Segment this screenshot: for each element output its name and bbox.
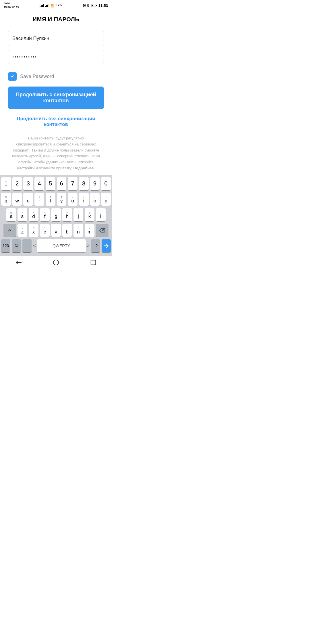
key-y[interactable]: ]y [57,193,67,206]
back-nav-button[interactable] [11,258,26,267]
key-7[interactable]: 7 [68,177,78,190]
enter-key[interactable] [102,239,111,252]
password-input[interactable] [8,50,104,64]
info-link[interactable]: Подробнее. [73,166,95,170]
battery-percent: 30 % [83,4,89,7]
wifi-icon: 📶 [51,4,55,7]
time: 11:53 [98,3,108,8]
key-t[interactable]: [t [46,193,55,206]
key-1[interactable]: 1 [1,177,11,190]
key-i[interactable]: >i [79,193,89,206]
key-a[interactable]: @a [6,208,16,221]
space-area: < QWERTY > [33,239,90,252]
key-g[interactable]: -g [51,208,61,221]
page-title: ИМЯ И ПАРОЛЬ [8,16,104,23]
main-content: ИМЯ И ПАРОЛЬ ✓ Save Password Продолжить … [0,10,112,175]
key-j[interactable]: =j [73,208,83,221]
name-input[interactable] [8,31,104,46]
key-w[interactable]: ^w [12,193,22,206]
comma-key[interactable]: , [22,239,32,252]
svg-point-5 [53,260,59,265]
qwerty-row: %q ^w ~e |r [t ]y <u >i {o }p [1,193,111,206]
key-4[interactable]: 4 [34,177,44,190]
key-k[interactable]: (k [85,208,94,221]
bottom-row: 123 ☺ , < QWERTY > ,!? [1,239,111,252]
checkmark-icon: ✓ [11,74,14,79]
chevron-right-icon[interactable]: > [87,243,90,248]
key-q[interactable]: %q [1,193,11,206]
svg-rect-6 [91,260,96,265]
key-8[interactable]: 8 [79,177,89,190]
key-5[interactable]: 5 [46,177,55,190]
key-c[interactable]: "c [40,224,50,237]
delete-key[interactable] [96,224,108,237]
status-right: 30 % 11:53 [83,3,108,8]
save-password-label: Save Password [20,74,54,79]
key-3[interactable]: 3 [23,177,33,190]
signal-bars-2 [45,4,49,7]
save-password-checkbox[interactable]: ✓ [8,72,17,81]
key-m[interactable]: /m [85,224,94,237]
punct-key[interactable]: ,!? [91,239,100,252]
signal-bars-1 [40,4,44,7]
sync-contacts-button[interactable]: Продолжить с синхронизацией контактов [8,87,104,109]
carrier1: Tele2 [4,2,19,5]
recents-nav-button[interactable] [86,258,100,267]
home-nav-button[interactable] [49,258,63,267]
key-9[interactable]: 9 [90,177,100,190]
number-row: 1 2 3 4 5 6 7 8 9 0 [1,177,111,190]
key-2[interactable]: 2 [12,177,22,190]
key-l[interactable]: )l [96,208,106,221]
save-password-row: ✓ Save Password [8,72,104,81]
chevron-left-icon[interactable]: < [33,243,36,248]
key-v[interactable]: 'v [51,224,61,237]
key-h[interactable]: +h [62,208,72,221]
key-z[interactable]: -z [18,224,27,237]
key-0[interactable]: 0 [101,177,111,190]
network-speed: 0 K/s [56,4,62,7]
no-sync-button[interactable]: Продолжить без синхронизации контактов [8,116,104,127]
battery-indicator [91,4,97,7]
asdf-row: @a #s &d *f -g +h =j (k )l [1,208,111,221]
zxcv-row: -z Рx "c 'v :b ;n /m [1,224,111,237]
key-d[interactable]: &d [29,208,38,221]
carrier-info: Tele2 MegaFon #1 [4,2,19,9]
key-6[interactable]: 6 [57,177,67,190]
key-r[interactable]: |r [34,193,44,206]
key-o[interactable]: {o [90,193,100,206]
key-s[interactable]: #s [18,208,27,221]
space-key[interactable]: QWERTY [37,239,86,252]
key-n[interactable]: ;n [73,224,83,237]
key-u[interactable]: <u [68,193,78,206]
key-e[interactable]: ~e [23,193,33,206]
key-p[interactable]: }p [101,193,111,206]
emoji-key[interactable]: ☺ [12,239,21,252]
carrier2: MegaFon #1 [4,5,19,9]
key-f[interactable]: *f [40,208,50,221]
status-bar: Tele2 MegaFon #1 📶 0 K/s 30 % 11:53 [0,0,112,10]
shift-key[interactable] [3,224,16,237]
keyboard: 1 2 3 4 5 6 7 8 9 0 %q ^w ~e |r [t ]y <u… [0,175,112,256]
key-x[interactable]: Рx [29,224,38,237]
key-123[interactable]: 123 [1,239,10,252]
info-text: Ваши контакты будут регулярно синхронизи… [8,135,104,171]
signal-area: 📶 0 K/s [40,4,62,7]
nav-bar [0,256,112,271]
key-b[interactable]: :b [62,224,72,237]
